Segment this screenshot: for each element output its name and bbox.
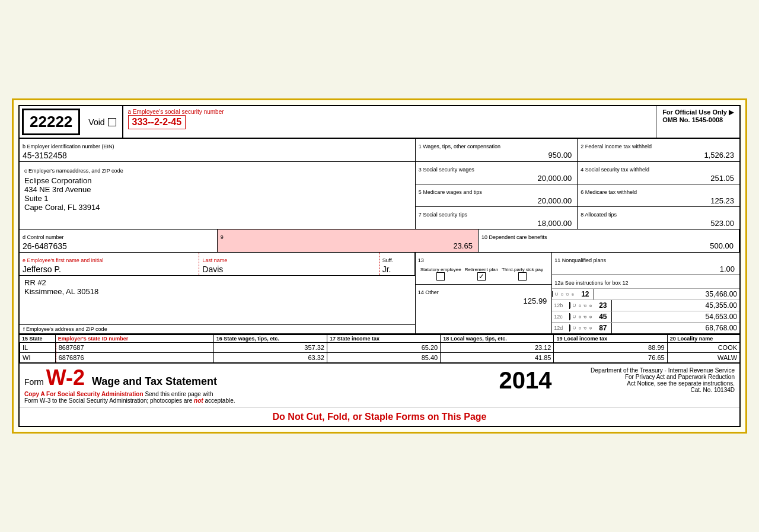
form-number-box: 22222 <box>22 109 80 135</box>
employer-addr2: Suite 1 <box>24 194 410 203</box>
state1-local-tax: 88.99 <box>554 343 667 352</box>
state2-employer-id: 6876876 <box>56 353 214 362</box>
label-f: f Employee's address and ZIP code <box>20 324 415 333</box>
statutory-label: Statutory employee <box>420 267 461 272</box>
value-box9: 23.65 <box>221 241 475 250</box>
cell-box11: 11 Nonqualified plans 1.00 <box>552 253 739 275</box>
footer: Form W-2 Wage and Tax Statement Copy A F… <box>20 364 739 407</box>
label-box2: 2 Federal income tax withheld <box>581 144 652 149</box>
value-12b: 45,355.00 <box>612 301 739 310</box>
cell-box12a: 12a See instructions for box 12 <box>552 275 739 289</box>
box12b-row: 12b Code 23 45,355.00 <box>552 300 739 311</box>
footer-cat: Cat. No. 10134D <box>591 387 735 393</box>
cell-box9: 9 23.65 <box>218 230 479 252</box>
row-employee-name: e Employee's first name and initial Jeff… <box>20 253 739 334</box>
copy-a-text3: acceptable. <box>205 397 235 404</box>
ssn-box: a Employee's social security number 333-… <box>123 106 657 138</box>
label-box14: 14 Other <box>418 289 439 295</box>
label-box13: 13 <box>418 257 424 263</box>
cell-box8: 8 Allocated tips 523.00 <box>578 207 739 229</box>
retirement-checkbox[interactable]: ✓ <box>477 272 486 281</box>
cell-box10: 10 Dependent care benefits 500.00 <box>479 230 739 252</box>
copy-a-text2: Form W-3 to the Social Security Administ… <box>24 397 194 404</box>
state2-tax: 85.40 <box>327 353 441 362</box>
value-box10: 500.00 <box>481 241 736 250</box>
addr-line2: Kissimmee, AL 30518 <box>24 287 410 296</box>
footer-left: Form W-2 Wage and Tax Statement Copy A F… <box>24 367 460 404</box>
year-display: 2014 <box>466 367 585 394</box>
label-box11: 11 Nonqualified plans <box>554 257 606 263</box>
w2-page: 22222 Void a Employee's social security … <box>12 98 747 434</box>
value-box2: 1,526.23 <box>581 151 736 160</box>
code-12d: 87 <box>594 323 612 333</box>
cell-box3: 3 Social security wages 20,000.00 <box>416 162 578 184</box>
footer-center: 2014 <box>466 367 585 394</box>
cell-address: RR #2 Kissimmee, AL 30518 <box>20 276 415 324</box>
cell-box4: 4 Social security tax withheld 251.05 <box>578 162 739 184</box>
label-box1: 1 Wages, tips, other compensation <box>419 144 500 149</box>
label-suffix: Suff. <box>382 257 393 263</box>
value-suffix: Jr. <box>382 265 412 274</box>
footer-dept: Department of the Treasury - Internal Re… <box>591 367 735 374</box>
statutory-checkbox[interactable] <box>436 272 445 281</box>
thirdparty-checkbox[interactable] <box>518 272 527 281</box>
cell-firstname: e Employee's first name and initial Jeff… <box>20 253 199 275</box>
void-box: Void <box>82 106 122 138</box>
right-box11-12: 11 Nonqualified plans 1.00 12a See instr… <box>552 253 739 333</box>
value-firstname: Jefferso P. <box>23 265 196 274</box>
value-12d: 68,768.00 <box>612 324 739 332</box>
footer-wage-statement: Wage and Tax Statement <box>92 375 217 388</box>
void-label: Void <box>88 117 104 127</box>
value-lastname: Davis <box>202 265 375 274</box>
ssn-value: 333--2-2-45 <box>128 115 186 129</box>
void-checkbox[interactable] <box>108 118 116 126</box>
retirement-label: Retirement plan <box>465 267 498 272</box>
label-lastname: Last name <box>202 257 227 263</box>
form-container: 22222 Void a Employee's social security … <box>18 105 741 427</box>
state2-local-tax: 76.65 <box>554 353 667 362</box>
cell-box13: 13 Statutory employee Retirement plan ✓ … <box>416 253 552 285</box>
label-12c: 12c <box>552 313 570 320</box>
cell-b: b Employer identification number (EIN) 4… <box>20 139 416 161</box>
employer-addr1: 434 NE 3rd Avenue <box>24 185 410 194</box>
value-d: 26-6487635 <box>23 241 214 251</box>
name-row: e Employee's first name and initial Jeff… <box>20 253 415 276</box>
label-12b: 12b <box>552 302 570 309</box>
copy-a-not: not <box>194 397 203 404</box>
code-label-d: Code <box>570 325 594 331</box>
row-b: b Employer identification number (EIN) 4… <box>20 139 739 162</box>
label-b: b Employer identification number (EIN) <box>23 144 114 149</box>
employer-addr3: Cape Coral, FL 33914 <box>24 203 410 212</box>
footer-w2-title: W-2 <box>46 367 85 388</box>
right-cells-c: 3 Social security wages 20,000.00 4 Soci… <box>416 162 739 229</box>
value-box1: 950.00 <box>419 151 575 160</box>
cell-box6: 6 Medicare tax withheld 125.23 <box>578 184 739 206</box>
addr-line1: RR #2 <box>24 278 410 287</box>
state-section: 15 State Employer's state ID number 16 S… <box>20 334 739 364</box>
header-16: 16 State wages, tips, etc. <box>214 335 327 342</box>
copy-a-text: Copy A For Social Security Administratio… <box>24 391 460 404</box>
code-label-a: Code <box>552 291 576 297</box>
do-not-cut: Do Not Cut, Fold, or Staple Forms on Thi… <box>20 407 739 426</box>
state-row-2: WI 6876876 63.32 85.40 41.85 76.65 WALW <box>20 353 739 364</box>
value-box6: 125.23 <box>581 196 736 205</box>
header-row: 22222 Void a Employee's social security … <box>20 106 739 139</box>
value-box5: 20,000.00 <box>419 196 575 205</box>
employer-info: c Employer's nameaddress, and ZIP code E… <box>20 162 416 229</box>
label-box4: 4 Social security tax withheld <box>581 167 649 173</box>
label-box9: 9 <box>221 234 224 240</box>
employer-name: Eclipse Corporation <box>24 176 410 185</box>
code-12c: 45 <box>594 311 612 322</box>
header-20: 20 Locality name <box>668 335 739 342</box>
box12d-row: 12d Code 87 68,768.00 <box>552 323 739 333</box>
state-row-1: IL 8687687 357.32 65.20 23.12 88.99 COOK <box>20 343 739 353</box>
label-box8: 8 Allocated tips <box>581 212 617 218</box>
ssn-label: a Employee's social security number <box>128 109 652 115</box>
label-box3: 3 Social security wages <box>419 167 474 173</box>
cell-box1: 1 Wages, tips, other compensation 950.00 <box>416 139 578 161</box>
state1-wages: 357.32 <box>214 343 327 352</box>
label-firstname: e Employee's first name and initial <box>23 257 103 263</box>
official-use-text: For Official Use Only ▶ <box>662 109 734 116</box>
checkbox-row: Statutory employee Retirement plan ✓ Thi… <box>418 265 550 283</box>
label-c: c Employer's nameaddress, and ZIP code <box>24 168 123 174</box>
